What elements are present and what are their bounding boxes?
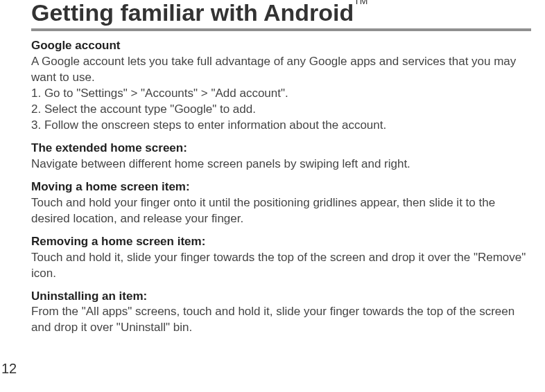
subhead-moving-item: Moving a home screen item: — [31, 179, 531, 195]
section-removing-item: Removing a home screen item: Touch and h… — [31, 234, 531, 282]
subhead-google-account: Google account — [31, 38, 531, 54]
body-moving-item: Touch and hold your finger onto it until… — [31, 195, 531, 227]
body-uninstalling-item: From the "All apps" screens, touch and h… — [31, 304, 531, 336]
subhead-uninstalling-item: Uninstalling an item: — [31, 289, 531, 305]
title-divider — [31, 28, 531, 31]
body-google-account: A Google account lets you take full adva… — [31, 54, 531, 86]
subhead-extended-home: The extended home screen: — [31, 141, 531, 157]
step-3: 3. Follow the onscreen steps to enter in… — [31, 118, 531, 134]
trademark-symbol: TM — [354, 0, 367, 6]
body-extended-home: Navigate between different home screen p… — [31, 157, 531, 172]
section-google-account: Google account A Google account lets you… — [31, 38, 531, 134]
section-extended-home: The extended home screen: Navigate betwe… — [31, 141, 531, 172]
step-2: 2. Select the account type "Google" to a… — [31, 102, 531, 118]
body-removing-item: Touch and hold it, slide your finger tow… — [31, 250, 531, 282]
section-moving-item: Moving a home screen item: Touch and hol… — [31, 179, 531, 227]
step-1: 1. Go to "Settings" > "Accounts" > "Add … — [31, 86, 531, 102]
section-uninstalling-item: Uninstalling an item: From the "All apps… — [31, 289, 531, 337]
title-text: Getting familiar with Android — [31, 0, 354, 26]
page-number: 12 — [1, 361, 17, 377]
page-title: Getting familiar with AndroidTM — [31, 0, 531, 26]
subhead-removing-item: Removing a home screen item: — [31, 234, 531, 250]
